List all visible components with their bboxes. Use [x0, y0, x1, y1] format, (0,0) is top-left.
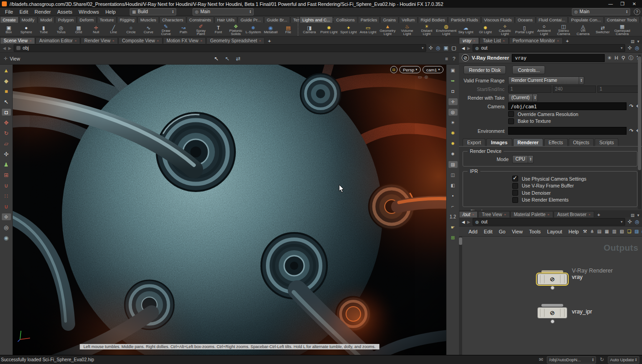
add-pane-tab-button[interactable]: +: [595, 212, 603, 217]
start-field[interactable]: 1: [508, 86, 551, 93]
pin-icon[interactable]: ✜: [627, 219, 632, 225]
Ambient Light[interactable]: ○ Ambient Light: [534, 23, 554, 36]
radial-menu-icon[interactable]: ◎: [635, 45, 639, 51]
pose-tool-icon[interactable]: ✣: [2, 151, 11, 157]
back-icon[interactable]: ◀: [3, 46, 6, 51]
Metaball[interactable]: ◉ Metaball: [262, 23, 279, 36]
shelf-tab[interactable]: Grains: [380, 16, 398, 23]
Volume Light[interactable]: ♨ Volume Light: [397, 23, 417, 36]
character-pick-icon[interactable]: ♟: [2, 161, 11, 168]
list-mode-icon[interactable]: ▤: [597, 229, 601, 234]
gear-icon[interactable]: ✳: [607, 55, 611, 61]
right-desktop-selector[interactable]: ◎ Main: [572, 8, 630, 15]
volatile-lasso-icon[interactable]: ▲: [2, 67, 11, 74]
shelf-tab[interactable]: Hair Utils: [214, 16, 238, 23]
volatile-box-icon[interactable]: ■: [2, 88, 11, 95]
sticky-note-icon[interactable]: ❏: [627, 229, 631, 234]
pane-help-icon[interactable]: ?: [453, 56, 455, 61]
close-button[interactable]: ✕: [628, 1, 640, 6]
pane-menu-icon[interactable]: ▾: [637, 213, 639, 217]
menu-item[interactable]: Help: [102, 9, 119, 15]
Path[interactable]: ↝ Path: [175, 23, 192, 36]
node-output-connector[interactable]: [550, 319, 555, 324]
floating-picker-icon[interactable]: ↷: [629, 103, 633, 109]
view-snapshot-icon[interactable]: ▣: [448, 67, 458, 74]
Caustic Light[interactable]: ✧ Caustic Light: [495, 23, 515, 36]
GI Light[interactable]: ✸ GI Light: [475, 23, 495, 36]
tab-close-icon[interactable]: ×: [472, 212, 474, 217]
layout-selector[interactable]: ◎ Main: [193, 8, 254, 15]
right-desktop-spinner[interactable]: [626, 10, 628, 14]
Box[interactable]: ▣ Box: [0, 23, 17, 36]
lock-camera-icon[interactable]: ◘: [448, 88, 458, 95]
shelf-tab[interactable]: Collisions: [333, 16, 357, 23]
shelf-tab[interactable]: Oceans: [515, 16, 535, 23]
circle-toggle-icon[interactable]: ◎: [424, 75, 428, 79]
tab-close-icon[interactable]: ×: [557, 39, 559, 43]
menu-item[interactable]: Edit: [16, 9, 31, 15]
pin-icon[interactable]: ✜: [627, 45, 632, 51]
breadcrumb[interactable]: ◍ out ▾: [473, 44, 625, 52]
snap-multi-icon[interactable]: ⊞: [2, 172, 11, 178]
pane-tab[interactable]: Motion FX View×: [163, 37, 206, 44]
network-menu-item[interactable]: Add: [465, 229, 481, 234]
Spray Paint[interactable]: ✐ Spray Paint: [192, 23, 209, 36]
layout-spinner[interactable]: [250, 10, 251, 14]
tab-close-icon[interactable]: ×: [503, 39, 505, 43]
Sphere[interactable]: ● Sphere: [17, 23, 35, 36]
add-pane-tab-button[interactable]: +: [563, 38, 571, 44]
path-dropdown-icon[interactable]: ▾: [422, 46, 423, 50]
translate-handle-icon[interactable]: ✥: [2, 119, 11, 126]
scene-viewport[interactable]: ◘ Persp ▾ cam1 ▾ ▭ ◎ Left mouse tumble: [13, 65, 446, 355]
render-to-disk-button[interactable]: Render to Disk: [464, 66, 506, 74]
tab-close-icon[interactable]: ×: [200, 39, 203, 43]
checkbox[interactable]: [512, 197, 518, 203]
Platonic Solids[interactable]: ❖ Platonic Solids: [227, 23, 245, 36]
back-icon[interactable]: ◀: [462, 46, 465, 51]
network-menu-item[interactable]: Go: [496, 229, 509, 234]
wireframe-icon[interactable]: ◫: [448, 172, 458, 178]
secure-selection-lock-icon[interactable]: ◘: [2, 109, 11, 116]
pin-icon[interactable]: ✜: [428, 45, 433, 51]
Draw Curve[interactable]: ✎ Draw Curve: [157, 23, 174, 36]
select-tool-icon[interactable]: ↖: [2, 98, 11, 105]
network-menu-item[interactable]: Tools: [526, 229, 544, 234]
network-menu-item[interactable]: Edit: [481, 229, 496, 234]
node-flag-right[interactable]: [560, 275, 565, 283]
shelf-tab[interactable]: Polygon: [55, 16, 76, 23]
File[interactable]: ▤ File: [280, 23, 297, 36]
path-dropdown-icon[interactable]: ▾: [621, 46, 622, 50]
pane-tab[interactable]: Performance Monitor×: [509, 37, 563, 44]
vray-ipr-node[interactable]: ⊘ vray_ipr: [537, 304, 567, 324]
dependency-icon[interactable]: ▧: [620, 229, 624, 234]
network-scrollbar[interactable]: [459, 237, 462, 355]
node-flag-left[interactable]: [540, 275, 545, 283]
camera-menu[interactable]: cam1 ▾: [423, 66, 443, 73]
hook-display-icon[interactable]: ⌐: [448, 203, 458, 210]
dropdown-spinner-icon[interactable]: [532, 94, 537, 101]
Null[interactable]: ✛ Null: [87, 23, 105, 36]
shelf-tab[interactable]: Fluid Contai...: [536, 16, 568, 23]
headlight-icon[interactable]: ☀: [448, 119, 458, 126]
camera-lock-icon[interactable]: ◘: [390, 66, 397, 73]
Torus[interactable]: ◎ Torus: [52, 23, 70, 36]
Area Light[interactable]: ▭ Area Light: [358, 23, 378, 36]
Gamepad Camera[interactable]: ▦ Gamepad Camera: [612, 23, 632, 36]
params-scrollbar[interactable]: [638, 55, 641, 209]
handles-icon[interactable]: ☛: [448, 224, 458, 231]
snap-grid-icon[interactable]: ∪: [2, 182, 11, 189]
joystick-icon[interactable]: ✛: [448, 98, 458, 105]
shelf-tab[interactable]: Constraints: [187, 16, 214, 23]
info-icon[interactable]: ⓘ: [628, 55, 633, 61]
network-menu-item[interactable]: Layout: [544, 229, 566, 234]
Portal Light[interactable]: ▯ Portal Light: [515, 23, 534, 36]
grid-mode-icon[interactable]: ▦: [605, 229, 609, 234]
search-icon[interactable]: ⚲: [622, 55, 625, 61]
shelf-tab[interactable]: Particle Fluids: [448, 16, 481, 23]
add-pane-tab-button[interactable]: +: [265, 38, 273, 44]
forward-icon[interactable]: ▶: [467, 220, 470, 224]
breadcrumb[interactable]: obj ▾: [14, 44, 427, 52]
tab-close-icon[interactable]: ×: [259, 39, 261, 43]
handle-mode-icon[interactable]: ⇄: [236, 56, 240, 62]
folder-tab[interactable]: Scripts: [595, 138, 618, 146]
